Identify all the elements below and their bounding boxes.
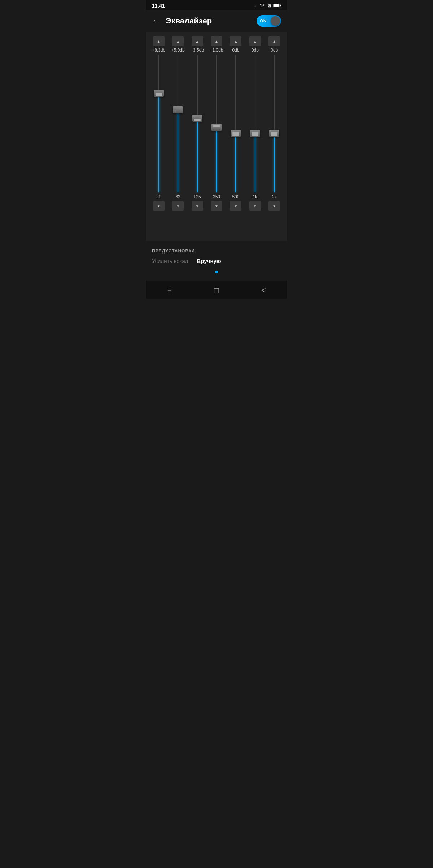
db-label-2k: 0db bbox=[271, 48, 278, 53]
header-left: ← Эквалайзер bbox=[152, 16, 212, 26]
preset-item-1[interactable]: Вручную bbox=[197, 258, 221, 264]
thumb-line2 bbox=[213, 128, 220, 128]
slider-track-1k[interactable] bbox=[253, 55, 258, 192]
thumb-line2 bbox=[271, 133, 277, 134]
thumb-line1 bbox=[213, 126, 220, 127]
thumb-63[interactable] bbox=[173, 106, 183, 113]
thumb-line1 bbox=[194, 117, 201, 117]
down-btn-2k[interactable] bbox=[268, 201, 280, 211]
thumb-line2 bbox=[175, 110, 181, 110]
thumb-line3 bbox=[271, 134, 277, 135]
sim-icon: ⊠ bbox=[267, 3, 271, 8]
slider-col-500: 0db 500 bbox=[227, 36, 245, 211]
app-header: ← Эквалайзер ON bbox=[146, 10, 287, 32]
preset-section: ПРЕДУСТАНОВКА Усилить вокалВручную bbox=[146, 241, 287, 277]
svg-rect-1 bbox=[280, 4, 281, 6]
thumb-line2 bbox=[194, 118, 201, 118]
slider-col-1k: 0db 1k bbox=[246, 36, 264, 211]
sliders-row: +8,3db 31 +5,0db bbox=[149, 36, 284, 211]
up-btn-63[interactable] bbox=[172, 36, 184, 46]
track-fill-2k bbox=[274, 133, 275, 192]
back-button[interactable]: ← bbox=[152, 16, 160, 26]
thumb-line3 bbox=[213, 129, 220, 129]
slider-track-2k[interactable] bbox=[272, 55, 277, 192]
dots-icon: ··· bbox=[254, 3, 257, 8]
thumb-line2 bbox=[156, 93, 162, 94]
thumb-line2 bbox=[232, 133, 239, 134]
track-fill-31 bbox=[158, 93, 159, 192]
down-btn-500[interactable] bbox=[230, 201, 241, 211]
equalizer-area: +8,3db 31 +5,0db bbox=[146, 32, 287, 241]
track-fill-250 bbox=[216, 128, 217, 192]
freq-label-500: 500 bbox=[232, 194, 239, 199]
thumb-line1 bbox=[232, 132, 239, 133]
thumb-line1 bbox=[175, 109, 181, 109]
thumb-250[interactable] bbox=[211, 124, 222, 131]
slider-track-125[interactable] bbox=[195, 55, 200, 192]
thumb-1k[interactable] bbox=[250, 130, 260, 137]
db-label-1k: 0db bbox=[252, 48, 259, 53]
down-btn-125[interactable] bbox=[192, 201, 203, 211]
svg-rect-2 bbox=[274, 4, 279, 7]
thumb-125[interactable] bbox=[192, 115, 202, 122]
slider-col-31: +8,3db 31 bbox=[150, 36, 168, 211]
toggle-container[interactable]: ON bbox=[257, 15, 281, 27]
thumb-500[interactable] bbox=[231, 130, 241, 137]
thumb-line3 bbox=[156, 94, 162, 95]
toggle-knob bbox=[271, 16, 280, 26]
status-bar: 11:41 ··· ⊠ bbox=[146, 0, 287, 10]
up-btn-2k[interactable] bbox=[268, 36, 280, 46]
up-btn-125[interactable] bbox=[192, 36, 203, 46]
thumb-line1 bbox=[271, 132, 277, 133]
slider-col-125: +3,5db 125 bbox=[188, 36, 206, 211]
freq-label-125: 125 bbox=[194, 194, 201, 199]
preset-item-0[interactable]: Усилить вокал bbox=[152, 258, 188, 264]
status-icons: ··· ⊠ bbox=[254, 3, 281, 9]
slider-track-250[interactable] bbox=[214, 55, 219, 192]
nav-bar: ≡ □ < bbox=[146, 281, 287, 299]
slider-col-2k: 0db 2k bbox=[265, 36, 283, 211]
track-fill-125 bbox=[197, 118, 198, 192]
equalizer-toggle[interactable]: ON bbox=[257, 15, 281, 27]
slider-track-31[interactable] bbox=[156, 55, 161, 192]
freq-label-1k: 1k bbox=[253, 194, 257, 199]
toggle-label: ON bbox=[260, 18, 267, 23]
track-fill-63 bbox=[178, 110, 178, 192]
db-label-125: +3,5db bbox=[191, 48, 204, 53]
slider-col-63: +5,0db 63 bbox=[169, 36, 187, 211]
preset-dot-container bbox=[152, 271, 281, 273]
down-btn-250[interactable] bbox=[211, 201, 222, 211]
menu-icon[interactable]: ≡ bbox=[167, 286, 172, 295]
page-title: Эквалайзер bbox=[166, 16, 212, 26]
freq-label-31: 31 bbox=[156, 194, 161, 199]
down-btn-1k[interactable] bbox=[249, 201, 261, 211]
preset-title: ПРЕДУСТАНОВКА bbox=[152, 249, 281, 254]
preset-indicator-dot bbox=[215, 271, 218, 273]
thumb-line3 bbox=[175, 111, 181, 111]
thumb-line1 bbox=[252, 132, 258, 133]
home-icon[interactable]: □ bbox=[214, 286, 219, 295]
freq-label-63: 63 bbox=[175, 194, 180, 199]
battery-icon bbox=[273, 3, 281, 9]
down-btn-31[interactable] bbox=[153, 201, 165, 211]
wifi-icon bbox=[259, 3, 265, 9]
up-btn-31[interactable] bbox=[153, 36, 165, 46]
back-nav-icon[interactable]: < bbox=[261, 286, 266, 295]
freq-label-2k: 2k bbox=[272, 194, 277, 199]
db-label-500: 0db bbox=[232, 48, 239, 53]
track-fill-1k bbox=[255, 133, 255, 192]
slider-track-500[interactable] bbox=[233, 55, 238, 192]
down-btn-63[interactable] bbox=[172, 201, 184, 211]
db-label-63: +5,0db bbox=[171, 48, 185, 53]
up-btn-1k[interactable] bbox=[249, 36, 261, 46]
slider-col-250: +1,0db 250 bbox=[207, 36, 226, 211]
thumb-line3 bbox=[232, 134, 239, 135]
slider-track-63[interactable] bbox=[175, 55, 180, 192]
track-fill-500 bbox=[235, 133, 236, 192]
thumb-2k[interactable] bbox=[269, 130, 279, 137]
up-btn-250[interactable] bbox=[211, 36, 222, 46]
thumb-31[interactable] bbox=[154, 90, 164, 97]
thumb-line3 bbox=[252, 134, 258, 135]
freq-label-250: 250 bbox=[213, 194, 220, 199]
up-btn-500[interactable] bbox=[230, 36, 241, 46]
